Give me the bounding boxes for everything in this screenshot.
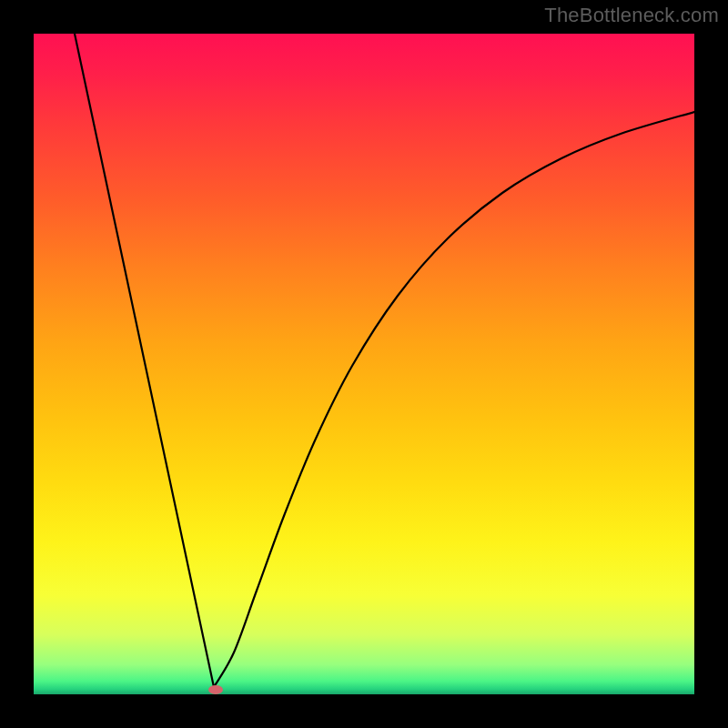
chart-svg [34, 34, 694, 694]
chart-frame: TheBottleneck.com [0, 0, 728, 728]
left-line [75, 34, 214, 687]
valley-marker [208, 685, 223, 694]
watermark-text: TheBottleneck.com [544, 4, 719, 27]
right-curve [214, 112, 694, 687]
curve-group [75, 34, 694, 694]
plot-area [34, 34, 694, 694]
